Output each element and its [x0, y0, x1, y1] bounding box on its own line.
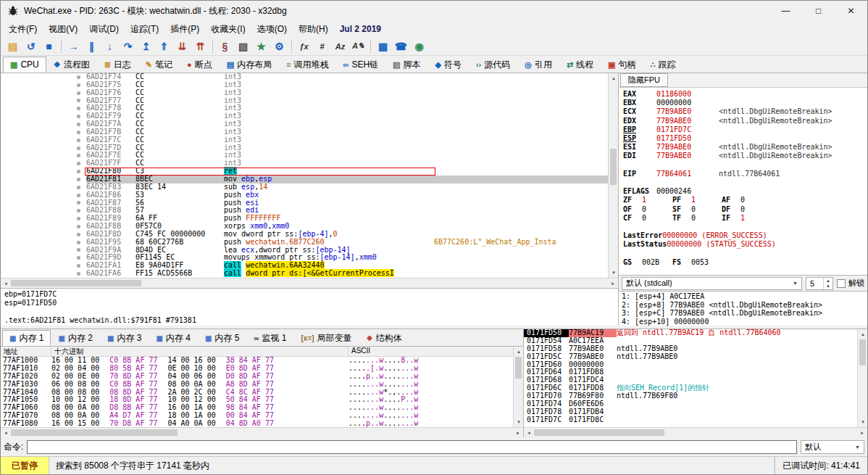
argument-row[interactable]: 3: [esp+C] 77B9ABE0 <ntdll.DbgUiRemoteBr… [622, 309, 864, 318]
tab-memory-map[interactable]: ▤内存布局 [220, 57, 279, 73]
tab-dump-5[interactable]: ▦内存 5 [198, 330, 246, 346]
breakpoint-dot[interactable] [77, 115, 80, 118]
menu-item[interactable]: 文件(F) [3, 21, 43, 38]
dump-row[interactable]: 77AF103006 00 08 00C0 8B AF 7708 00 0A 0… [1, 381, 513, 389]
breakpoint-dot[interactable] [77, 139, 80, 142]
stepper-up-icon[interactable]: ▲ [824, 278, 832, 284]
dump-row[interactable]: 77AF108016 00 15 0070 D8 AF 7704 A0 0A 0… [1, 420, 513, 427]
tab-cpu[interactable]: ▦CPU [3, 57, 46, 73]
tab-locals[interactable]: [x=]局部变量 [294, 330, 359, 346]
argument-row[interactable]: 2: [esp+8] 77B9ABE0 <ntdll.DbgUiRemoteBr… [622, 301, 864, 310]
execute-till-return-icon[interactable]: ↥ [137, 38, 155, 54]
breakpoint-gutter[interactable] [1, 215, 86, 223]
tab-trace[interactable]: ∴跟踪 [643, 57, 683, 73]
register-row[interactable]: EBX00000000 [623, 99, 863, 107]
trace-over-icon[interactable]: ⇈ [191, 38, 209, 54]
scroll-down-arrow[interactable]: ▾ [858, 417, 867, 427]
breakpoint-dot[interactable] [77, 123, 80, 126]
argument-row[interactable]: 4: [esp+10] 00000000 [622, 318, 864, 326]
breakpoint-dot[interactable] [77, 201, 80, 205]
settings-gear-icon[interactable]: ⚙ [270, 38, 288, 54]
register-row[interactable]: EDX77B9ABE0 <ntdll.DbgUiRemoteBreakin> [623, 117, 863, 125]
breakpoint-dot[interactable] [77, 83, 80, 87]
tab-call-stack[interactable]: ≡调用堆栈 [279, 57, 335, 73]
scroll-thumb[interactable] [534, 429, 664, 436]
tab-script[interactable]: ▨脚本 [385, 57, 427, 73]
register-row[interactable]: LastStatus00000000 (STATUS_SUCCESS) [623, 240, 863, 249]
step-into-icon[interactable]: ↓ [101, 38, 119, 54]
scroll-right-arrow[interactable]: ▸ [857, 428, 867, 437]
breakpoint-dot[interactable] [77, 146, 80, 150]
menu-item[interactable]: 调试(D) [83, 21, 125, 38]
tab-symbols[interactable]: ◆符号 [427, 57, 468, 73]
register-row[interactable]: EDI77B9ABE0 <ntdll.DbgUiRemoteBreakin> [623, 152, 863, 160]
disasm-row[interactable]: 6AD21F76CCint3 [1, 89, 608, 97]
tab-dump-3[interactable]: ▦内存 3 [100, 330, 149, 346]
hide-fpu-button[interactable]: 隐藏FPU [620, 73, 668, 87]
tab-struct[interactable]: ❖结构体 [359, 330, 409, 346]
command-input[interactable] [27, 440, 797, 454]
breakpoint-gutter[interactable] [1, 73, 86, 81]
attach-phone-icon[interactable]: ☎ [392, 38, 410, 54]
breakpoint-gutter[interactable] [1, 239, 86, 247]
register-row[interactable]: ESI77B9ABE0 <ntdll.DbgUiRemoteBreakin> [623, 143, 863, 152]
memory-map-grid-icon[interactable]: ▦ [374, 38, 392, 54]
register-row[interactable]: GS002BFS0053 [623, 258, 863, 267]
scroll-right-arrow[interactable]: ▸ [513, 428, 523, 438]
close-button[interactable]: ✕ [835, 1, 867, 21]
stack-vscrollbar[interactable]: ▴ ▾ [857, 329, 867, 427]
disasm-row[interactable]: 6AD21F8653push ebx [1, 191, 608, 199]
run-to-user-code-icon[interactable]: ⇑ [155, 38, 173, 54]
pause-icon[interactable]: ∥ [83, 38, 101, 54]
register-row[interactable]: ECX77B9ABE0 <ntdll.DbgUiRemoteBreakin> [623, 107, 863, 116]
breakpoint-gutter[interactable] [1, 160, 86, 168]
scroll-thumb[interactable] [11, 429, 178, 436]
breakpoint-dot[interactable] [77, 217, 80, 220]
menu-item[interactable]: 视图(V) [43, 21, 83, 38]
step-over-icon[interactable]: ↷ [119, 38, 137, 54]
convention-dropdown[interactable]: 默认 (stdcall) ▼ [622, 277, 802, 290]
breakpoint-dot[interactable] [77, 264, 80, 268]
disasm-row[interactable]: 6AD21F7CCCint3 [1, 136, 608, 144]
breakpoint-gutter[interactable] [1, 89, 86, 97]
arg-depth-stepper[interactable]: 5 ▲▼ [806, 277, 833, 290]
breakpoint-dot[interactable] [77, 272, 80, 276]
stack-hscrollbar[interactable]: ◂ ▸ [524, 427, 867, 437]
tab-handles[interactable]: ▣句柄 [601, 57, 643, 73]
breakpoint-dot[interactable] [77, 107, 80, 110]
scroll-left-arrow[interactable]: ◂ [1, 428, 11, 438]
breakpoint-dot[interactable] [77, 154, 80, 157]
register-row[interactable]: EFLAGS00000246 [623, 187, 863, 196]
scroll-thumb[interactable] [515, 357, 522, 379]
tab-source[interactable]: ‹›源代码 [469, 57, 517, 73]
tab-graph[interactable]: ❖流程图 [46, 57, 97, 73]
stop-icon[interactable]: ■ [40, 38, 58, 54]
breakpoint-dot[interactable] [77, 233, 80, 236]
breakpoint-gutter[interactable] [1, 136, 86, 144]
tab-references[interactable]: ◎引用 [517, 57, 559, 73]
register-row[interactable]: EBP0171FD7C [623, 125, 863, 134]
register-row[interactable] [623, 249, 863, 258]
register-row[interactable]: ZF1PF1AF0 [623, 196, 863, 205]
scroll-thumb[interactable] [859, 339, 866, 365]
menu-item[interactable]: 选项(O) [251, 21, 293, 38]
breakpoint-dot[interactable] [77, 194, 80, 197]
breakpoint-dot[interactable] [77, 131, 80, 134]
hash-icon[interactable]: # [313, 38, 331, 54]
scroll-up-arrow[interactable]: ▴ [858, 329, 867, 339]
disassembly-vscrollbar[interactable]: ▴ ▾ [608, 73, 618, 278]
scroll-thumb[interactable] [610, 149, 617, 185]
breakpoint-gutter[interactable] [1, 191, 86, 199]
register-row[interactable]: CF0TF0IF1 [623, 214, 863, 223]
breakpoint-dot[interactable] [77, 225, 80, 228]
breakpoint-dot[interactable] [77, 91, 80, 95]
breakpoint-dot[interactable] [77, 186, 80, 189]
breakpoint-dot[interactable] [77, 170, 80, 173]
register-row[interactable] [623, 223, 863, 231]
disassembly-hscrollbar[interactable]: ◂ ▸ [1, 278, 618, 288]
search-globe-icon[interactable]: ◉ [410, 38, 428, 54]
scroll-left-arrow[interactable]: ◂ [1, 278, 11, 289]
unlock-toggle[interactable]: 解锁 [837, 278, 864, 289]
breakpoint-dot[interactable] [77, 99, 80, 102]
scroll-thumb[interactable] [11, 280, 141, 286]
